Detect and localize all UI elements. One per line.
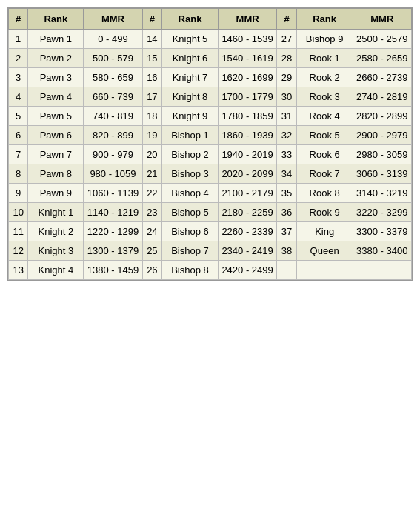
cell-num-2-0: 3 — [9, 68, 28, 87]
table-row: 5Pawn 5740 - 81918Knight 91780 - 185931R… — [9, 107, 412, 126]
cell-rank-4-1: Knight 9 — [162, 107, 219, 126]
cell-mmr-1-1: 1540 - 1619 — [218, 49, 276, 68]
rank-table: # Rank MMR # Rank MMR # Rank MMR 1Pawn 1… — [8, 8, 412, 280]
cell-num-3-0: 4 — [9, 87, 28, 107]
header-rank-2: Rank — [162, 9, 219, 30]
cell-rank-9-0: Knight 1 — [28, 203, 84, 222]
table-row: 3Pawn 3580 - 65916Knight 71620 - 169929R… — [9, 68, 412, 87]
cell-mmr-6-1: 1940 - 2019 — [218, 145, 276, 164]
cell-mmr-11-0: 1300 - 1379 — [84, 241, 142, 261]
cell-mmr-2-0: 580 - 659 — [84, 68, 142, 87]
cell-mmr-7-1: 2020 - 2099 — [218, 164, 276, 184]
cell-rank-3-0: Pawn 4 — [28, 87, 84, 107]
cell-num-7-0: 8 — [9, 164, 28, 184]
cell-num-9-2: 36 — [277, 203, 296, 222]
cell-mmr-4-1: 1780 - 1859 — [218, 107, 276, 126]
cell-rank-6-1: Bishop 2 — [162, 145, 219, 164]
cell-num-12-0: 13 — [9, 261, 28, 280]
table-row: 2Pawn 2500 - 57915Knight 61540 - 161928R… — [9, 49, 412, 68]
cell-num-5-0: 6 — [9, 126, 28, 145]
cell-num-9-1: 23 — [142, 203, 161, 222]
cell-num-6-1: 20 — [142, 145, 161, 164]
cell-rank-12-1: Bishop 8 — [162, 261, 219, 280]
cell-mmr-11-1: 2340 - 2419 — [218, 241, 276, 261]
cell-num-11-1: 25 — [142, 241, 161, 261]
cell-mmr-5-1: 1860 - 1939 — [218, 126, 276, 145]
cell-num-8-0: 9 — [9, 184, 28, 203]
cell-mmr-3-0: 660 - 739 — [84, 87, 142, 107]
cell-num-1-0: 2 — [9, 49, 28, 68]
cell-num-10-2: 37 — [277, 222, 296, 241]
cell-mmr-8-0: 1060 - 1139 — [84, 184, 142, 203]
header-mmr-3: MMR — [353, 9, 411, 30]
cell-mmr-0-0: 0 - 499 — [84, 30, 142, 49]
table-row: 4Pawn 4660 - 73917Knight 81700 - 177930R… — [9, 87, 412, 107]
cell-rank-0-0: Pawn 1 — [28, 30, 84, 49]
cell-num-10-1: 24 — [142, 222, 161, 241]
cell-rank-1-0: Pawn 2 — [28, 49, 84, 68]
cell-mmr-2-2: 2660 - 2739 — [353, 68, 411, 87]
cell-num-5-2: 32 — [277, 126, 296, 145]
cell-num-11-2: 38 — [277, 241, 296, 261]
header-num-1: # — [9, 9, 28, 30]
cell-rank-4-2: Rook 4 — [296, 107, 353, 126]
header-num-3: # — [277, 9, 296, 30]
cell-rank-9-1: Bishop 5 — [162, 203, 219, 222]
table-row: 6Pawn 6820 - 89919Bishop 11860 - 193932R… — [9, 126, 412, 145]
cell-num-0-2: 27 — [277, 30, 296, 49]
table-row: 13Knight 41380 - 145926Bishop 82420 - 24… — [9, 261, 412, 280]
cell-rank-12-0: Knight 4 — [28, 261, 84, 280]
cell-mmr-3-1: 1700 - 1779 — [218, 87, 276, 107]
cell-rank-0-2: Bishop 9 — [296, 30, 353, 49]
cell-mmr-6-0: 900 - 979 — [84, 145, 142, 164]
cell-rank-3-2: Rook 3 — [296, 87, 353, 107]
cell-mmr-9-2: 3220 - 3299 — [353, 203, 411, 222]
header-rank-1: Rank — [28, 9, 84, 30]
cell-mmr-9-0: 1140 - 1219 — [84, 203, 142, 222]
cell-num-8-1: 22 — [142, 184, 161, 203]
cell-mmr-5-0: 820 - 899 — [84, 126, 142, 145]
cell-rank-0-1: Knight 5 — [162, 30, 219, 49]
cell-num-12-1: 26 — [142, 261, 161, 280]
cell-rank-9-2: Rook 9 — [296, 203, 353, 222]
cell-num-0-0: 1 — [9, 30, 28, 49]
cell-num-6-2: 33 — [277, 145, 296, 164]
header-num-2: # — [142, 9, 161, 30]
cell-num-9-0: 10 — [9, 203, 28, 222]
cell-rank-1-1: Knight 6 — [162, 49, 219, 68]
table-row: 12Knight 31300 - 137925Bishop 72340 - 24… — [9, 241, 412, 261]
table-header-row: # Rank MMR # Rank MMR # Rank MMR — [9, 9, 412, 30]
table-row: 1Pawn 10 - 49914Knight 51460 - 153927Bis… — [9, 30, 412, 49]
cell-num-11-0: 12 — [9, 241, 28, 261]
cell-rank-7-2: Rook 7 — [296, 164, 353, 184]
cell-num-4-2: 31 — [277, 107, 296, 126]
table-row: 9Pawn 91060 - 113922Bishop 42100 - 21793… — [9, 184, 412, 203]
cell-mmr-12-1: 2420 - 2499 — [218, 261, 276, 280]
cell-rank-11-1: Bishop 7 — [162, 241, 219, 261]
cell-rank-5-2: Rook 5 — [296, 126, 353, 145]
cell-num-8-2: 35 — [277, 184, 296, 203]
cell-mmr-10-1: 2260 - 2339 — [218, 222, 276, 241]
table-row: 8Pawn 8980 - 105921Bishop 32020 - 209934… — [9, 164, 412, 184]
cell-num-2-2: 29 — [277, 68, 296, 87]
cell-mmr-9-1: 2180 - 2259 — [218, 203, 276, 222]
cell-mmr-10-0: 1220 - 1299 — [84, 222, 142, 241]
table-row: 11Knight 21220 - 129924Bishop 62260 - 23… — [9, 222, 412, 241]
cell-mmr-1-2: 2580 - 2659 — [353, 49, 411, 68]
table-row: 7Pawn 7900 - 97920Bishop 21940 - 201933R… — [9, 145, 412, 164]
table-row: 10Knight 11140 - 121923Bishop 52180 - 22… — [9, 203, 412, 222]
cell-num-10-0: 11 — [9, 222, 28, 241]
cell-num-5-1: 19 — [142, 126, 161, 145]
cell-mmr-12-0: 1380 - 1459 — [84, 261, 142, 280]
cell-rank-4-0: Pawn 5 — [28, 107, 84, 126]
cell-rank-6-2: Rook 6 — [296, 145, 353, 164]
cell-rank-8-1: Bishop 4 — [162, 184, 219, 203]
cell-rank-10-2: King — [296, 222, 353, 241]
cell-rank-11-2: Queen — [296, 241, 353, 261]
cell-mmr-4-0: 740 - 819 — [84, 107, 142, 126]
cell-mmr-1-0: 500 - 579 — [84, 49, 142, 68]
cell-num-4-0: 5 — [9, 107, 28, 126]
cell-mmr-7-0: 980 - 1059 — [84, 164, 142, 184]
cell-num-7-1: 21 — [142, 164, 161, 184]
cell-rank-7-0: Pawn 8 — [28, 164, 84, 184]
